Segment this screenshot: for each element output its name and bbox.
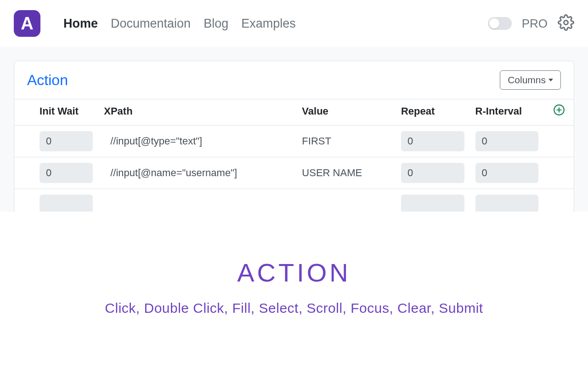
value-cell[interactable]: USER NAME bbox=[302, 167, 362, 178]
nav-blog[interactable]: Blog bbox=[204, 17, 228, 31]
actions-table: Init Wait XPath Value Repeat R-Interval … bbox=[14, 99, 574, 212]
columns-button[interactable]: Columns bbox=[500, 70, 561, 90]
xpath-cell[interactable]: //input[@name="username"] bbox=[104, 167, 237, 178]
action-card: Action Columns Init Wait XPath Value Rep… bbox=[14, 61, 574, 212]
table-row bbox=[14, 189, 574, 212]
header-right: PRO bbox=[488, 14, 574, 33]
repeat-input[interactable]: 0 bbox=[401, 163, 464, 183]
r-interval-input[interactable]: 0 bbox=[475, 163, 539, 183]
init-wait-input[interactable] bbox=[40, 195, 93, 212]
value-cell[interactable]: FIRST bbox=[302, 135, 331, 147]
r-interval-input[interactable] bbox=[475, 195, 539, 212]
svg-point-0 bbox=[564, 21, 568, 25]
hero-title: ACTION bbox=[0, 258, 588, 288]
columns-button-label: Columns bbox=[508, 75, 546, 86]
init-wait-input[interactable]: 0 bbox=[40, 131, 93, 151]
logo-letter: A bbox=[21, 14, 33, 34]
nav-home[interactable]: Home bbox=[63, 17, 98, 31]
th-init-wait: Init Wait bbox=[34, 99, 98, 126]
repeat-input[interactable]: 0 bbox=[401, 131, 464, 151]
th-repeat: Repeat bbox=[396, 99, 470, 126]
hero: ACTION Click, Double Click, Fill, Select… bbox=[0, 212, 588, 316]
header: A Home Documentaion Blog Examples PRO bbox=[0, 0, 588, 47]
add-row-icon[interactable] bbox=[553, 104, 565, 116]
hero-subtitle: Click, Double Click, Fill, Select, Scrol… bbox=[0, 300, 588, 316]
th-xpath: XPath bbox=[98, 99, 296, 126]
pro-label: PRO bbox=[522, 17, 548, 31]
nav-documentation[interactable]: Documentaion bbox=[111, 17, 191, 31]
repeat-input[interactable] bbox=[401, 195, 464, 212]
nav: Home Documentaion Blog Examples bbox=[63, 17, 488, 31]
init-wait-input[interactable]: 0 bbox=[40, 163, 93, 183]
nav-examples[interactable]: Examples bbox=[241, 17, 296, 31]
gear-icon[interactable] bbox=[558, 14, 574, 33]
app-logo: A bbox=[14, 10, 40, 37]
main: Action Columns Init Wait XPath Value Rep… bbox=[0, 47, 588, 212]
caret-down-icon bbox=[548, 79, 553, 81]
card-header: Action Columns bbox=[14, 61, 574, 99]
th-r-interval: R-Interval bbox=[470, 99, 544, 126]
table-row: 0 //input[@name="username"] USER NAME 0 … bbox=[14, 157, 574, 189]
th-value: Value bbox=[296, 99, 396, 126]
xpath-cell[interactable]: //input[@type="text"] bbox=[104, 135, 202, 147]
table-row: 0 //input[@type="text"] FIRST 0 0 bbox=[14, 126, 574, 157]
card-title: Action bbox=[27, 72, 68, 89]
pro-toggle[interactable] bbox=[488, 17, 512, 30]
r-interval-input[interactable]: 0 bbox=[475, 131, 539, 151]
